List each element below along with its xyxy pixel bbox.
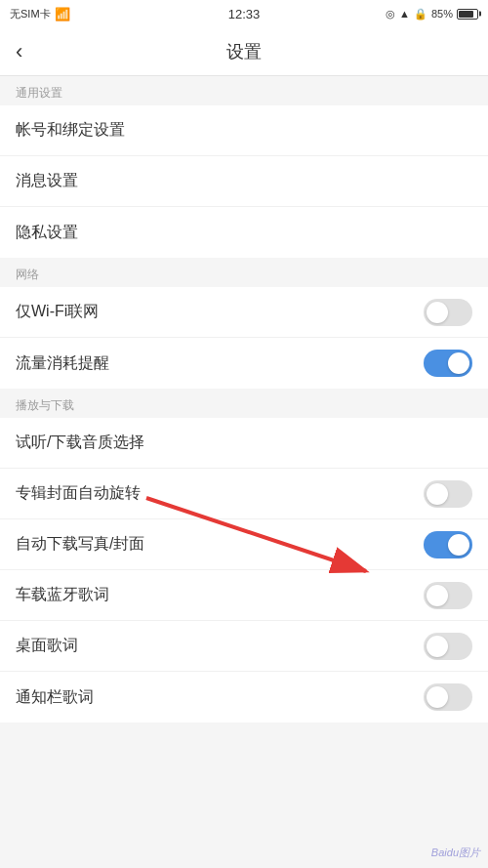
settings-item-auto-download: 自动下载写真/封面: [0, 519, 488, 570]
settings-list: 仅Wi-Fi联网流量消耗提醒: [0, 287, 488, 389]
settings-main: 通用设置帐号和绑定设置消息设置隐私设置网络仅Wi-Fi联网流量消耗提醒播放与下载…: [0, 76, 488, 723]
battery-container: [457, 9, 478, 20]
nav-bar: ‹ 设置: [0, 27, 488, 76]
toggle-auto-download[interactable]: [424, 531, 472, 558]
back-button[interactable]: ‹: [16, 39, 22, 64]
toggle-knob-car-lyrics: [427, 585, 448, 606]
toggle-knob-data-alert: [448, 352, 469, 374]
settings-list: 试听/下载音质选择专辑封面自动旋转自动下载写真/封面车载蓝牙歌词桌面歌词通知栏歌…: [0, 418, 488, 723]
item-label-privacy: 隐私设置: [16, 223, 78, 243]
page-title: 设置: [226, 40, 262, 63]
settings-item-wifi-only: 仅Wi-Fi联网: [0, 287, 488, 338]
battery-bar: [457, 9, 478, 20]
toggle-desktop-lyrics[interactable]: [424, 633, 472, 660]
toggle-wifi-only[interactable]: [424, 299, 472, 326]
toggle-knob-notification-lyrics: [427, 686, 448, 708]
section-label: 播放与下载: [16, 397, 74, 414]
item-label-auto-download: 自动下载写真/封面: [16, 534, 144, 555]
lock-icon: 🔒: [414, 8, 427, 21]
location-icon: ◎: [386, 8, 395, 21]
signal-icon: ▲: [399, 8, 410, 20]
section-label: 通用设置: [16, 85, 62, 102]
item-label-album-rotate: 专辑封面自动旋转: [16, 483, 141, 504]
status-right: ◎ ▲ 🔒 85%: [386, 8, 478, 21]
settings-item-account: 帐号和绑定设置: [0, 105, 488, 156]
battery-fill: [459, 11, 473, 18]
section-divider: 通用设置: [0, 76, 488, 105]
status-left: 无SIM卡 📶: [10, 7, 70, 21]
toggle-knob-wifi-only: [427, 302, 448, 323]
item-label-car-lyrics: 车载蓝牙歌词: [16, 585, 109, 605]
settings-item-car-lyrics: 车载蓝牙歌词: [0, 570, 488, 621]
settings-item-desktop-lyrics: 桌面歌词: [0, 621, 488, 672]
toggle-notification-lyrics[interactable]: [424, 683, 472, 711]
item-label-account: 帐号和绑定设置: [16, 120, 125, 141]
battery-percent: 85%: [431, 8, 453, 20]
settings-item-privacy: 隐私设置: [0, 207, 488, 258]
wifi-icon: 📶: [55, 7, 70, 21]
item-label-notification-lyrics: 通知栏歌词: [16, 687, 94, 708]
settings-item-data-alert: 流量消耗提醒: [0, 338, 488, 389]
watermark: Baidu图片: [431, 846, 480, 860]
item-label-desktop-lyrics: 桌面歌词: [16, 636, 78, 656]
item-label-data-alert: 流量消耗提醒: [16, 353, 109, 374]
item-label-audio-quality: 试听/下载音质选择: [16, 433, 144, 453]
settings-list: 帐号和绑定设置消息设置隐私设置: [0, 105, 488, 258]
toggle-knob-desktop-lyrics: [427, 636, 448, 657]
settings-item-notification-lyrics: 通知栏歌词: [0, 672, 488, 723]
status-time: 12:33: [228, 7, 261, 21]
section-divider: 播放与下载: [0, 389, 488, 418]
toggle-album-rotate[interactable]: [424, 480, 472, 508]
settings-item-audio-quality: 试听/下载音质选择: [0, 418, 488, 469]
item-label-wifi-only: 仅Wi-Fi联网: [16, 302, 99, 322]
settings-item-album-rotate: 专辑封面自动旋转: [0, 469, 488, 519]
section-divider: 网络: [0, 258, 488, 287]
settings-item-message: 消息设置: [0, 156, 488, 207]
toggle-knob-album-rotate: [427, 483, 448, 505]
toggle-car-lyrics[interactable]: [424, 582, 472, 609]
status-bar: 无SIM卡 📶 12:33 ◎ ▲ 🔒 85%: [0, 0, 488, 27]
item-label-message: 消息设置: [16, 171, 78, 191]
section-label: 网络: [16, 267, 39, 283]
toggle-data-alert[interactable]: [424, 350, 472, 377]
toggle-knob-auto-download: [448, 534, 469, 556]
sim-text: 无SIM卡: [10, 7, 51, 21]
